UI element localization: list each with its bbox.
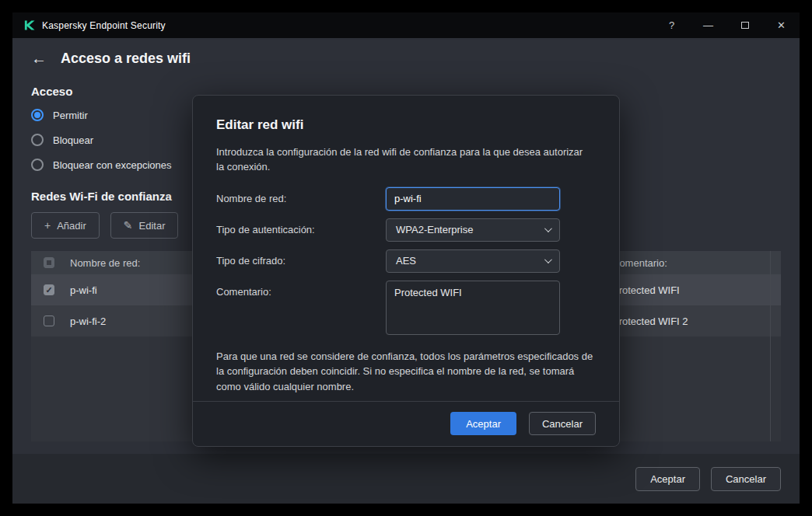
- auth-type-value: WPA2-Enterprise: [396, 224, 473, 235]
- auth-type-select[interactable]: WPA2-Enterprise: [386, 218, 560, 242]
- dialog-form: Nombre de red: Tipo de autenticación: WP…: [216, 187, 596, 343]
- dialog-title: Editar red wifi: [216, 117, 596, 133]
- comment-column-header: Comentario:: [612, 257, 667, 269]
- edit-wifi-dialog: Editar red wifi Introduzca la configurac…: [192, 95, 620, 447]
- cipher-type-value: AES: [396, 255, 416, 267]
- network-name: p-wi-fi: [70, 284, 97, 296]
- kaspersky-logo-icon: [23, 19, 35, 31]
- plus-icon: +: [44, 219, 51, 232]
- app-window: Kaspersky Endpoint Security ? — ✕ ← Acce…: [12, 12, 800, 504]
- desktop-background: Kaspersky Endpoint Security ? — ✕ ← Acce…: [0, 0, 812, 516]
- chevron-down-icon: [544, 256, 552, 263]
- radio-bloquear[interactable]: [31, 134, 44, 146]
- row-cell-comment: Protected WIFI 2: [599, 305, 781, 336]
- add-network-button[interactable]: + Añadir: [31, 212, 100, 239]
- comment-label: Comentario:: [216, 281, 386, 335]
- page-header: ← Acceso a redes wifi: [31, 47, 781, 69]
- name-column-header: Nombre de red:: [70, 257, 140, 269]
- add-network-label: Añadir: [57, 220, 86, 232]
- dialog-footer: Aceptar Cancelar: [193, 401, 619, 446]
- header-cell-comment: Comentario:: [599, 251, 781, 274]
- radio-bloquear-excepciones-label: Bloquear con excepciones: [53, 159, 172, 171]
- network-name: p-wi-fi-2: [70, 316, 106, 327]
- comment-textarea[interactable]: Protected WIFI: [386, 281, 560, 335]
- minimize-icon[interactable]: —: [690, 12, 726, 38]
- radio-bloquear-label: Bloquear: [53, 134, 93, 146]
- titlebar: Kaspersky Endpoint Security ? — ✕: [12, 12, 800, 38]
- help-icon[interactable]: ?: [653, 12, 690, 38]
- dialog-accept-button[interactable]: Aceptar: [450, 412, 516, 435]
- row-checkbox[interactable]: [44, 316, 54, 326]
- cipher-type-label: Tipo de cifrado:: [216, 249, 386, 273]
- radio-permitir-label: Permitir: [53, 110, 88, 121]
- row-cell-comment: Protected WIFI: [599, 274, 781, 305]
- network-name-label: Nombre de red:: [216, 187, 386, 211]
- close-icon[interactable]: ✕: [763, 12, 800, 38]
- auth-type-label: Tipo de autenticación:: [216, 218, 386, 242]
- page-footer: Aceptar Cancelar: [12, 454, 800, 504]
- maximize-icon[interactable]: [726, 12, 763, 38]
- edit-network-label: Editar: [139, 220, 166, 232]
- pencil-icon: ✎: [124, 219, 133, 232]
- app-title: Kaspersky Endpoint Security: [42, 20, 166, 31]
- page-accept-button[interactable]: Aceptar: [635, 467, 700, 491]
- network-comment: Protected WIFI: [612, 284, 680, 296]
- form-row-auth: Tipo de autenticación: WPA2-Enterprise: [216, 218, 596, 242]
- chevron-down-icon: [544, 225, 552, 232]
- back-arrow-icon[interactable]: ←: [31, 51, 47, 66]
- cipher-type-select[interactable]: AES: [386, 249, 560, 273]
- network-name-input[interactable]: [386, 187, 560, 211]
- page-title: Acceso a redes wifi: [61, 51, 191, 67]
- form-row-comment: Comentario: Protected WIFI: [216, 281, 596, 335]
- window-controls: ? — ✕: [653, 12, 800, 38]
- radio-bloquear-excepciones[interactable]: [31, 159, 44, 171]
- dialog-note: Para que una red se considere de confian…: [216, 349, 599, 395]
- network-comment: Protected WIFI 2: [612, 316, 688, 327]
- form-row-name: Nombre de red:: [216, 187, 596, 211]
- dialog-cancel-button[interactable]: Cancelar: [529, 412, 596, 435]
- radio-permitir[interactable]: [31, 109, 44, 121]
- row-checkbox[interactable]: ✓: [44, 284, 54, 295]
- edit-network-button[interactable]: ✎ Editar: [110, 212, 179, 239]
- maximize-glyph: [741, 22, 749, 29]
- select-all-checkbox[interactable]: [44, 257, 54, 268]
- dialog-description: Introduzca la configuración de la red wi…: [216, 145, 591, 175]
- page-cancel-button[interactable]: Cancelar: [711, 467, 781, 491]
- form-row-cipher: Tipo de cifrado: AES: [216, 249, 596, 273]
